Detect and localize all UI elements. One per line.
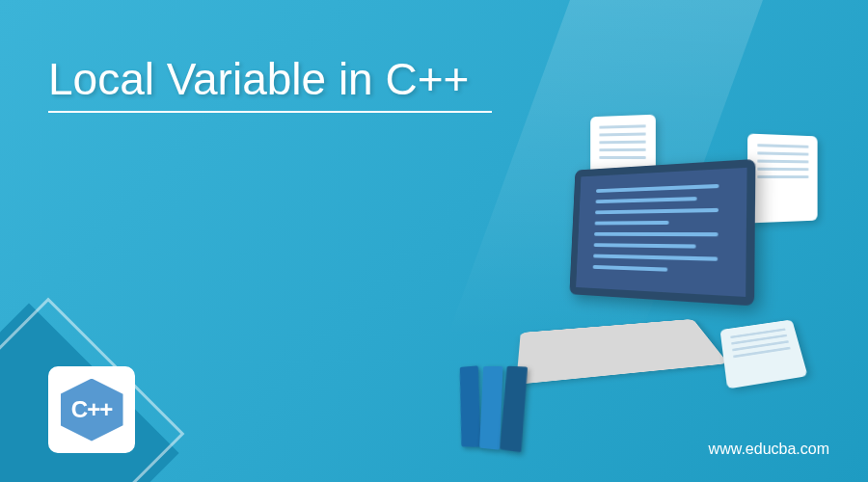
laptop-keyboard-icon xyxy=(516,319,728,385)
floating-panel-icon xyxy=(720,319,808,388)
title-underline xyxy=(48,111,492,113)
code-line xyxy=(596,184,719,193)
doc-line xyxy=(599,124,645,128)
code-line xyxy=(595,208,719,214)
code-line xyxy=(594,232,718,236)
page-title: Local Variable in C++ xyxy=(48,53,469,105)
book-icon xyxy=(460,365,481,446)
laptop-screen-icon xyxy=(569,159,755,307)
code-line xyxy=(593,254,718,261)
doc-line xyxy=(599,141,645,145)
website-url: www.educba.com xyxy=(709,441,829,458)
floating-document-icon xyxy=(747,133,818,223)
cpp-logo-text: C++ xyxy=(71,396,112,423)
cpp-hexagon-icon: C++ xyxy=(61,379,123,442)
cpp-logo-badge: C++ xyxy=(48,366,135,453)
code-line xyxy=(593,265,668,272)
doc-line xyxy=(599,156,645,159)
banner-container: Local Variable in C++ C++ xyxy=(0,0,868,482)
doc-line xyxy=(757,175,808,178)
doc-line xyxy=(599,132,645,136)
screen-code-display xyxy=(576,168,746,297)
book-icon xyxy=(479,366,502,450)
doc-line xyxy=(757,168,808,171)
code-line xyxy=(594,243,696,248)
doc-line xyxy=(757,160,808,164)
laptop-illustration xyxy=(444,77,829,415)
doc-line xyxy=(757,144,808,148)
doc-line xyxy=(757,151,808,155)
doc-line xyxy=(599,148,645,151)
code-line xyxy=(595,221,669,226)
code-line xyxy=(596,197,697,203)
